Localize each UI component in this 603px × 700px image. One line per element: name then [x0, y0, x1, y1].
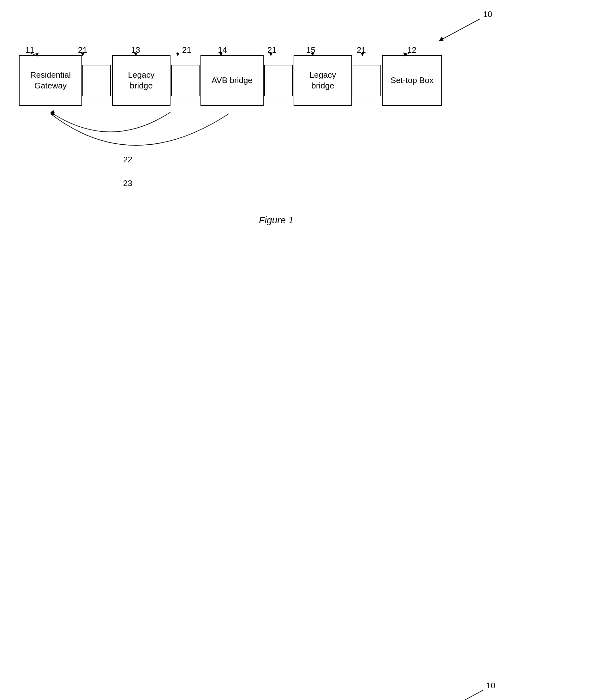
- fig1-port-11-13: [82, 65, 111, 96]
- fig1-ref15: 15: [306, 45, 315, 55]
- svg-marker-1: [439, 36, 444, 41]
- fig2-ref10-arrow: [0, 670, 603, 700]
- svg-marker-5: [176, 53, 179, 56]
- svg-marker-21: [51, 112, 55, 116]
- fig2-ref10: 10: [486, 681, 495, 691]
- fig1-ref21b: 21: [182, 45, 191, 55]
- fig1-port-13-14: [171, 65, 200, 96]
- fig1-ref22: 22: [123, 155, 132, 165]
- fig1-ref12: 12: [407, 45, 416, 55]
- fig1-ref14: 14: [218, 45, 227, 55]
- fig1-ref10-arrow: [0, 0, 603, 335]
- fig1-node-legacy-bridge-2: Legacy bridge: [294, 55, 352, 106]
- fig2-connections: [0, 670, 603, 700]
- fig1-ref10: 10: [483, 9, 492, 19]
- fig1-caption: Figure 1: [259, 215, 294, 226]
- fig1-port-14-15: [264, 65, 293, 96]
- figure1-area: 10 11 21 13 21 14 21 15 21 12 Residentia…: [0, 0, 603, 335]
- svg-marker-20: [51, 110, 54, 114]
- fig1-ref23: 23: [123, 178, 132, 188]
- fig1-ref21a: 21: [78, 45, 87, 55]
- fig1-node-avb-bridge: AVB bridge: [201, 55, 264, 106]
- figure2-area: 10 11 25 13 14 15 12 Residential Gateway…: [0, 670, 603, 700]
- fig1-node-settop-box: Set-top Box: [382, 55, 442, 106]
- fig1-ref21d: 21: [357, 45, 366, 55]
- fig1-node-legacy-bridge-1: Legacy bridge: [112, 55, 171, 106]
- fig1-node-residential-gateway: Residential Gateway: [19, 55, 82, 106]
- fig1-connections: [0, 0, 603, 335]
- fig1-port-15-12: [352, 65, 381, 96]
- fig1-ref11: 11: [25, 45, 34, 55]
- fig1-ref13: 13: [131, 45, 140, 55]
- svg-line-0: [439, 19, 480, 41]
- fig1-ref21c: 21: [267, 45, 277, 55]
- svg-line-22: [442, 690, 483, 700]
